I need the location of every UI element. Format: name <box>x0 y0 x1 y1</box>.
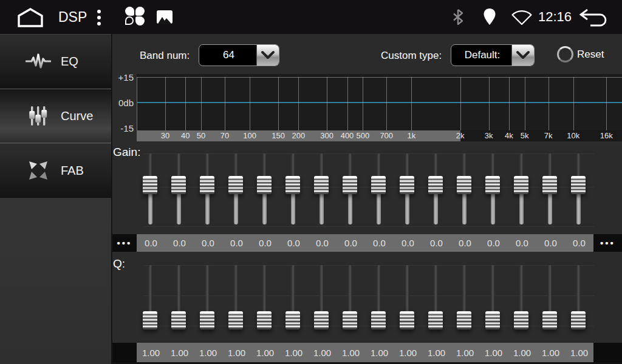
gain-slider[interactable] <box>564 149 593 229</box>
q-slider-thumb[interactable] <box>314 311 329 329</box>
gain-slider-thumb[interactable] <box>514 176 528 194</box>
gallery-icon[interactable] <box>157 10 173 24</box>
gain-slider-thumb[interactable] <box>400 176 414 194</box>
q-slider-thumb[interactable] <box>571 311 586 329</box>
gain-slider-thumb[interactable] <box>485 176 500 194</box>
gain-values-strip: 0.00.00.00.00.00.00.00.00.00.00.00.00.00… <box>137 234 593 252</box>
q-slider-thumb[interactable] <box>257 311 272 329</box>
chevron-down-icon[interactable] <box>256 45 279 66</box>
q-slider[interactable] <box>507 261 536 343</box>
band-num-dropdown[interactable]: 64 <box>199 44 279 66</box>
q-slider[interactable] <box>279 261 307 343</box>
gain-value: 0.0 <box>137 238 165 248</box>
location-icon[interactable] <box>482 8 497 26</box>
gain-slider-thumb[interactable] <box>285 176 300 194</box>
q-slider[interactable] <box>536 261 564 343</box>
overflow-menu-icon[interactable] <box>97 7 101 28</box>
custom-type-dropdown[interactable]: Default: <box>451 44 535 66</box>
q-slider[interactable] <box>364 261 393 343</box>
frequency-axis[interactable]: 304050701001502003004005007001k2k3k4k5k7… <box>137 130 622 141</box>
wifi-icon[interactable] <box>510 10 533 25</box>
gain-more-right-button[interactable]: ••• <box>593 234 622 252</box>
q-slider[interactable] <box>307 261 336 343</box>
q-slider[interactable] <box>222 261 250 343</box>
q-slider-thumb[interactable] <box>228 311 243 329</box>
q-slider-thumb[interactable] <box>285 311 300 329</box>
q-slider[interactable] <box>450 261 479 343</box>
freq-tick-label: 50 <box>197 131 205 140</box>
gain-slider[interactable] <box>336 149 364 229</box>
grid-line <box>225 77 225 130</box>
gain-slider-thumb[interactable] <box>428 176 443 194</box>
gain-slider[interactable] <box>479 149 507 229</box>
grid-line <box>489 77 490 130</box>
gain-slider[interactable] <box>536 149 564 229</box>
q-value: 1.00 <box>451 348 479 358</box>
gain-value: 0.0 <box>508 238 536 248</box>
gain-slider[interactable] <box>136 149 165 229</box>
eq-curve-plot[interactable] <box>137 74 622 130</box>
q-slider-thumb[interactable] <box>400 311 414 329</box>
q-slider[interactable] <box>136 261 165 343</box>
gain-slider[interactable] <box>364 149 393 229</box>
gain-slider[interactable] <box>222 149 250 229</box>
gain-value: 0.0 <box>251 238 279 248</box>
gain-slider-thumb[interactable] <box>257 176 272 194</box>
gain-slider-thumb[interactable] <box>371 176 386 194</box>
gain-slider-thumb[interactable] <box>200 176 214 194</box>
q-slider-thumb[interactable] <box>171 311 186 329</box>
q-slider-thumb[interactable] <box>514 311 528 329</box>
gain-slider[interactable] <box>193 149 222 229</box>
q-slider[interactable] <box>250 261 279 343</box>
gain-slider-thumb[interactable] <box>171 176 186 194</box>
q-slider-thumb[interactable] <box>457 311 471 329</box>
q-slider[interactable] <box>564 261 593 343</box>
q-more-left-button[interactable] <box>112 343 137 362</box>
q-slider[interactable] <box>422 261 450 343</box>
gain-slider[interactable] <box>422 149 450 229</box>
q-slider-thumb[interactable] <box>343 311 357 329</box>
q-slider-thumb[interactable] <box>143 311 157 329</box>
gain-more-left-button[interactable]: ••• <box>112 234 137 252</box>
freq-tick-label: 400 <box>341 131 354 140</box>
sidebar-item-curve[interactable]: Curve <box>0 89 111 143</box>
q-slider-thumb[interactable] <box>200 311 214 329</box>
chevron-down-icon[interactable] <box>511 45 534 66</box>
q-slider[interactable] <box>193 261 222 343</box>
gain-slider[interactable] <box>450 149 479 229</box>
bluetooth-icon[interactable] <box>452 8 464 25</box>
q-slider-thumb[interactable] <box>371 311 386 329</box>
q-slider-thumb[interactable] <box>428 311 443 329</box>
gain-slider[interactable] <box>507 149 536 229</box>
q-more-right-button[interactable] <box>593 343 622 362</box>
reset-label[interactable]: Reset <box>577 49 604 61</box>
gain-slider-thumb[interactable] <box>314 176 329 194</box>
q-slider-thumb[interactable] <box>542 311 557 329</box>
freq-tick-label: 2k <box>456 131 465 140</box>
q-slider[interactable] <box>165 261 193 343</box>
eq-zero-line <box>137 102 622 103</box>
q-slider[interactable] <box>479 261 507 343</box>
gain-slider[interactable] <box>393 149 422 229</box>
gain-slider-thumb[interactable] <box>143 176 157 194</box>
gain-slider[interactable] <box>250 149 279 229</box>
gain-slider-thumb[interactable] <box>542 176 557 194</box>
back-icon[interactable] <box>578 8 610 27</box>
gain-slider-thumb[interactable] <box>228 176 243 194</box>
gain-slider-thumb[interactable] <box>343 176 357 194</box>
gain-slider[interactable] <box>307 149 336 229</box>
sidebar-item-fab[interactable]: FAB <box>0 143 111 198</box>
gain-slider[interactable] <box>165 149 193 229</box>
q-slider-thumb[interactable] <box>485 311 500 329</box>
q-slider[interactable] <box>393 261 422 343</box>
q-value: 1.00 <box>479 348 508 358</box>
gain-slider[interactable] <box>279 149 307 229</box>
home-icon[interactable] <box>16 7 45 27</box>
gain-slider-thumb[interactable] <box>457 176 471 194</box>
q-slider[interactable] <box>336 261 364 343</box>
apps-clover-icon[interactable] <box>125 7 145 25</box>
gain-slider-thumb[interactable] <box>571 176 586 194</box>
grid-line <box>509 77 510 130</box>
sidebar-item-eq[interactable]: EQ <box>0 34 111 89</box>
reset-radio-icon[interactable] <box>557 46 573 62</box>
